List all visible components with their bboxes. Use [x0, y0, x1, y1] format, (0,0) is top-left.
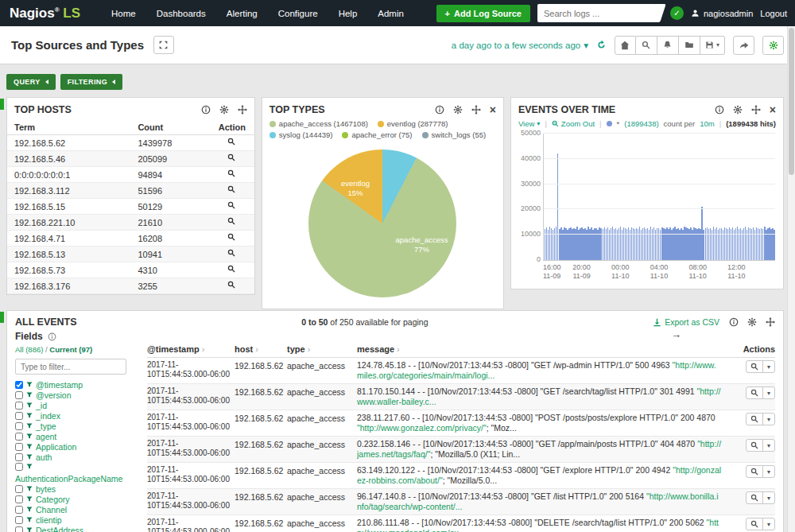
- nagios-logo[interactable]: Nagios® LS: [10, 6, 80, 21]
- load-dashboard-button[interactable]: [679, 36, 700, 55]
- field-filter-input[interactable]: [15, 359, 126, 375]
- field-checkbox[interactable]: [15, 402, 23, 410]
- filter-field-icon[interactable]: [26, 391, 33, 398]
- chevron-down-icon[interactable]: ▾: [762, 518, 774, 530]
- search-input[interactable]: [537, 4, 655, 22]
- message-link[interactable]: "http://www.gonzalez.com/privacy/": [357, 423, 487, 433]
- field-checkbox[interactable]: [15, 453, 23, 461]
- field-name[interactable]: _index: [36, 411, 60, 421]
- filter-field-icon[interactable]: [26, 381, 33, 388]
- user-menu[interactable]: nagiosadmin: [691, 9, 753, 18]
- logout-link[interactable]: Logout: [760, 9, 787, 18]
- chevron-down-icon[interactable]: ▾: [762, 414, 774, 425]
- export-csv-button[interactable]: Export as CSV: [653, 317, 719, 327]
- info-icon[interactable]: [201, 105, 211, 115]
- field-checkbox[interactable]: [15, 495, 23, 503]
- filter-field-icon[interactable]: [26, 485, 33, 492]
- column-header-type[interactable]: type›: [287, 344, 357, 354]
- row-actions-button[interactable]: ▾: [746, 465, 775, 478]
- move-panel-icon[interactable]: [751, 105, 761, 115]
- info-icon[interactable]: [729, 317, 739, 327]
- search-term-icon[interactable]: [227, 249, 236, 258]
- series-count-link[interactable]: (1899438): [624, 119, 658, 128]
- row-actions-button[interactable]: ▾: [746, 491, 775, 504]
- close-panel-icon[interactable]: ×: [770, 105, 776, 115]
- column-header-timestamp[interactable]: @timestamp›: [147, 344, 235, 354]
- legend-item-apache_access[interactable]: apache_access (1467108): [270, 119, 368, 128]
- nav-item-dashboards[interactable]: Dashboards: [146, 0, 216, 26]
- column-header-count[interactable]: Count: [130, 120, 209, 135]
- search-term-icon[interactable]: [227, 281, 236, 289]
- field-checkbox[interactable]: [15, 391, 23, 399]
- search-term-icon[interactable]: [227, 169, 236, 178]
- series-color-dot[interactable]: [607, 121, 612, 126]
- top-types-pie-chart[interactable]: eventlog 15% apache_access 77%: [308, 150, 456, 297]
- field-checkbox[interactable]: [15, 433, 23, 441]
- filter-field-icon[interactable]: [26, 443, 33, 450]
- field-name[interactable]: @timestamp: [36, 380, 83, 390]
- search-term-icon[interactable]: [227, 201, 236, 210]
- filter-field-icon[interactable]: [26, 402, 33, 409]
- field-name[interactable]: Application: [36, 442, 76, 452]
- nav-item-admin[interactable]: Admin: [367, 0, 414, 26]
- filter-field-icon[interactable]: [26, 433, 33, 440]
- column-header-host[interactable]: host›: [235, 344, 287, 354]
- interval-link[interactable]: 10m: [700, 119, 714, 128]
- fields-all-link[interactable]: All (886): [15, 345, 43, 354]
- info-icon[interactable]: [715, 105, 724, 115]
- legend-item-apache_error[interactable]: apache_error (75): [342, 130, 412, 139]
- info-icon[interactable]: [435, 105, 444, 115]
- field-name[interactable]: DestAddress: [36, 526, 83, 532]
- alerts-button[interactable]: [657, 36, 679, 55]
- search-term-icon[interactable]: [227, 185, 236, 194]
- query-toggle-button[interactable]: QUERY: [6, 74, 56, 90]
- row-search-icon[interactable]: [747, 492, 762, 503]
- field-name[interactable]: _id: [36, 401, 47, 410]
- nav-item-help[interactable]: Help: [328, 0, 368, 26]
- chevron-down-icon[interactable]: ▾: [762, 440, 774, 451]
- nav-item-configure[interactable]: Configure: [268, 0, 328, 26]
- field-checkbox[interactable]: [15, 506, 23, 514]
- time-range-selector[interactable]: a day ago to a few seconds ago▾: [452, 40, 588, 51]
- fields-help-icon[interactable]: [48, 332, 56, 341]
- filter-field-icon[interactable]: [26, 412, 33, 419]
- filter-field-icon[interactable]: [26, 422, 33, 429]
- nav-item-alerting[interactable]: Alerting: [216, 0, 268, 26]
- histogram-bars[interactable]: [545, 134, 775, 260]
- row-actions-button[interactable]: ▾: [746, 439, 775, 452]
- fields-current-link[interactable]: Current (97): [49, 345, 92, 354]
- field-checkbox[interactable]: [15, 485, 23, 493]
- close-panel-icon[interactable]: ×: [490, 105, 496, 115]
- field-name[interactable]: AuthenticationPackageName: [15, 474, 122, 483]
- column-header-term[interactable]: Term: [7, 120, 130, 135]
- field-checkbox[interactable]: [15, 381, 23, 389]
- home-button[interactable]: [615, 36, 636, 55]
- chevron-down-icon[interactable]: ▾: [762, 466, 774, 477]
- filter-field-icon[interactable]: [26, 516, 33, 523]
- field-name[interactable]: _type: [36, 421, 56, 431]
- filter-field-icon[interactable]: [26, 506, 33, 513]
- row-search-icon[interactable]: [747, 387, 762, 398]
- row-actions-button[interactable]: ▾: [746, 413, 775, 425]
- filter-field-icon[interactable]: [26, 453, 33, 460]
- row-actions-button[interactable]: ▾: [746, 518, 775, 530]
- status-check-icon[interactable]: ✓: [670, 6, 684, 20]
- legend-item-switch_logs[interactable]: switch_logs (55): [422, 130, 487, 139]
- field-checkbox[interactable]: [15, 412, 23, 420]
- row-actions-button[interactable]: ▾: [746, 386, 775, 399]
- field-name[interactable]: Category: [36, 495, 70, 504]
- row-actions-button[interactable]: ▾: [746, 360, 775, 373]
- move-panel-icon[interactable]: [471, 105, 481, 115]
- add-log-source-button[interactable]: +Add Log Source: [436, 5, 530, 22]
- field-checkbox[interactable]: [15, 443, 23, 451]
- field-checkbox[interactable]: [15, 463, 23, 471]
- column-header-message[interactable]: message›: [357, 344, 731, 354]
- search-term-icon[interactable]: [227, 233, 236, 242]
- view-menu[interactable]: View▾: [518, 119, 540, 128]
- dashboard-settings-button[interactable]: [762, 36, 784, 55]
- zoom-out-button[interactable]: Zoom Out: [552, 119, 595, 128]
- chevron-down-icon[interactable]: ▾: [762, 387, 774, 398]
- legend-item-syslog[interactable]: syslog (144439): [270, 130, 333, 139]
- search-term-icon[interactable]: [227, 265, 236, 274]
- row-search-icon[interactable]: [747, 361, 762, 372]
